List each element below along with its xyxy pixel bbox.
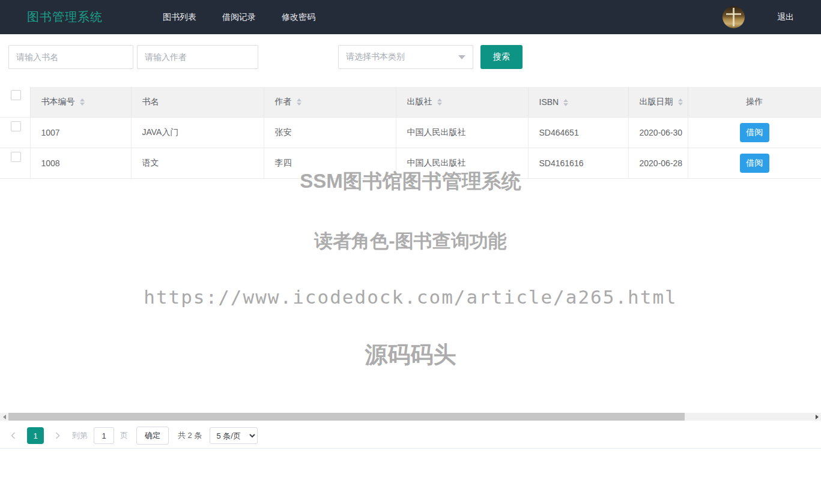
table-header-row: 书本编号 书名 作者 出版社 ISBN 出版日期 操作	[0, 87, 821, 117]
row-checkbox[interactable]	[11, 152, 21, 162]
column-label: 作者	[275, 97, 292, 106]
page: 图书管理系统 图书列表 借阅记录 修改密码 退出 请选择书本类别 搜索 书本编号	[0, 0, 821, 504]
cell-book-name: 语文	[131, 148, 264, 178]
chevron-down-icon	[458, 55, 465, 59]
sort-icon[interactable]	[437, 98, 442, 106]
column-label: 出版日期	[640, 97, 673, 106]
navbar-right: 退出	[723, 6, 794, 28]
goto-page-label: 到第	[72, 430, 88, 441]
next-page-button[interactable]	[53, 427, 62, 444]
column-label: ISBN	[539, 97, 559, 107]
book-table: 书本编号 书名 作者 出版社 ISBN 出版日期 操作	[0, 87, 821, 179]
watermark-url: https://www.icodedock.com/article/a265.h…	[0, 286, 821, 308]
column-label: 书名	[142, 97, 159, 106]
navbar: 图书管理系统 图书列表 借阅记录 修改密码 退出	[0, 0, 821, 34]
cell-isbn: SD464651	[528, 117, 628, 148]
sort-icon[interactable]	[563, 99, 568, 106]
category-select-placeholder: 请选择书本类别	[346, 52, 458, 62]
select-all-checkbox[interactable]	[11, 90, 21, 100]
app-title[interactable]: 图书管理系统	[27, 9, 103, 25]
column-header-book-id[interactable]: 书本编号	[30, 87, 131, 117]
confirm-page-button[interactable]: 确定	[136, 427, 169, 445]
column-header-author[interactable]: 作者	[264, 87, 396, 117]
horizontal-scrollbar[interactable]	[0, 413, 821, 421]
watermark-subtitle: 读者角色-图书查询功能	[0, 229, 821, 254]
cell-book-id: 1007	[30, 117, 131, 148]
total-count-label: 共 2 条	[178, 430, 202, 441]
column-label: 出版社	[407, 97, 432, 106]
user-avatar[interactable]	[723, 6, 745, 28]
divider	[0, 448, 821, 449]
borrow-button[interactable]: 借阅	[740, 154, 769, 173]
cell-isbn: SD4161616	[528, 148, 628, 178]
table-row: 1007 JAVA入门 张安 中国人民出版社 SD464651 2020-06-…	[0, 117, 821, 148]
sort-icon[interactable]	[297, 98, 301, 106]
triangle-left-icon	[3, 415, 6, 419]
column-label: 书本编号	[41, 97, 75, 106]
column-header-publish-date[interactable]: 出版日期	[628, 87, 688, 117]
logout-button[interactable]: 退出	[777, 12, 794, 23]
cell-author: 张安	[264, 117, 396, 148]
page-number-input[interactable]	[94, 427, 114, 444]
table-row: 1008 语文 李四 中国人民出版社 SD4161616 2020-06-28 …	[0, 148, 821, 178]
scroll-right-button[interactable]	[813, 413, 821, 421]
page-unit-label: 页	[120, 430, 128, 441]
column-header-isbn[interactable]: ISBN	[528, 87, 628, 117]
author-input[interactable]	[137, 45, 258, 69]
prev-page-button[interactable]	[8, 427, 18, 444]
search-button[interactable]: 搜索	[480, 45, 523, 69]
column-header-actions: 操作	[688, 87, 821, 117]
book-name-input[interactable]	[8, 45, 133, 69]
cell-publish-date: 2020-06-28	[628, 148, 688, 178]
sort-icon[interactable]	[678, 98, 683, 106]
scroll-left-button[interactable]	[0, 413, 8, 421]
cell-publisher: 中国人民出版社	[396, 117, 528, 148]
watermark-source: 源码码头	[0, 340, 821, 370]
cell-publish-date: 2020-06-30	[628, 117, 688, 148]
nav-item-borrow-records[interactable]: 借阅记录	[222, 12, 256, 23]
nav-item-change-password[interactable]: 修改密码	[282, 12, 315, 23]
pagination: 1 到第 页 确定 共 2 条 5 条/页	[8, 426, 258, 445]
page-size-select[interactable]: 5 条/页	[210, 427, 258, 444]
cell-book-name: JAVA入门	[131, 117, 264, 148]
cell-publisher: 中国人民出版社	[396, 148, 528, 178]
borrow-button[interactable]: 借阅	[740, 123, 769, 142]
current-page-button[interactable]: 1	[27, 427, 44, 444]
nav-item-book-list[interactable]: 图书列表	[163, 12, 196, 23]
sort-icon[interactable]	[80, 98, 85, 106]
column-header-publisher[interactable]: 出版社	[396, 87, 528, 117]
triangle-right-icon	[816, 415, 819, 419]
column-header-book-name: 书名	[131, 87, 264, 117]
chevron-left-icon	[10, 431, 17, 440]
row-checkbox[interactable]	[11, 121, 21, 131]
scrollbar-thumb[interactable]	[8, 413, 685, 421]
cell-book-id: 1008	[30, 148, 131, 178]
chevron-right-icon	[54, 431, 61, 440]
column-label: 操作	[746, 97, 763, 106]
cell-author: 李四	[264, 148, 396, 178]
nav-menu: 图书列表 借阅记录 修改密码	[163, 12, 315, 23]
category-select[interactable]: 请选择书本类别	[338, 45, 473, 69]
